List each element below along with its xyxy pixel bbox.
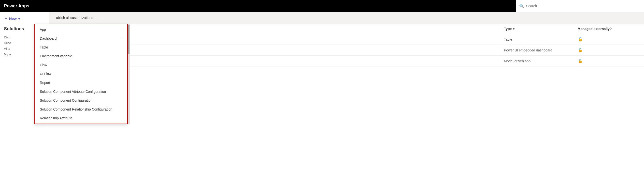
row-type: Model-driven app bbox=[504, 59, 578, 63]
new-button[interactable]: ＋ New ▾ bbox=[0, 14, 49, 23]
row-name: All accounts revenue bbox=[66, 48, 504, 52]
dropdown-item-envvar-label: Environment variable bbox=[40, 54, 72, 58]
dropdown-item-scrc-label: Solution Component Relationship Configur… bbox=[40, 107, 112, 111]
more-options-button[interactable]: ··· bbox=[99, 15, 103, 21]
search-icon: 🔍 bbox=[519, 4, 524, 8]
app-title: Power Apps bbox=[4, 4, 29, 9]
dropdown-item-ra[interactable]: Relationship Attribute bbox=[35, 114, 127, 123]
main-content: ublish all customizations ··· Name Type … bbox=[49, 12, 644, 192]
search-input[interactable] bbox=[526, 4, 641, 8]
dropdown-item-envvar[interactable]: Environment variable bbox=[35, 52, 127, 61]
row-type: Table bbox=[504, 37, 578, 41]
col-header-type[interactable]: Type ∨ bbox=[504, 27, 578, 31]
row-name: crfb6_Myapp bbox=[66, 59, 504, 63]
dropdown-item-scc-label: Solution Component Configuration bbox=[40, 98, 92, 102]
dropdown-item-app[interactable]: App › bbox=[35, 25, 127, 34]
table-row: ··· All accounts revenue Power BI embedd… bbox=[49, 45, 644, 56]
lock-icon: 🔒 bbox=[578, 48, 639, 52]
table-header: Name Type ∨ Managed externally? bbox=[49, 24, 644, 34]
scrollbar-thumb[interactable] bbox=[128, 25, 130, 54]
dropdown-item-dashboard[interactable]: Dashboard › bbox=[35, 34, 127, 43]
publish-label: ublish all customizations bbox=[56, 16, 93, 20]
chevron-down-icon: ▾ bbox=[18, 17, 20, 21]
content-area: Name Type ∨ Managed externally? ··· acco… bbox=[49, 24, 644, 67]
dropdown-item-scac-label: Solution Component Attribute Configurati… bbox=[40, 90, 106, 94]
dropdown-item-scac[interactable]: Solution Component Attribute Configurati… bbox=[35, 87, 127, 96]
col-header-managed: Managed externally? bbox=[578, 27, 639, 31]
scrollbar-track[interactable] bbox=[128, 24, 130, 124]
new-label: New bbox=[9, 17, 17, 21]
dropdown-item-app-label: App bbox=[40, 28, 46, 32]
row-type: Power BI embedded dashboard bbox=[504, 48, 578, 52]
table-row: ··· crfb6_Myapp Model-driven app 🔒 bbox=[49, 56, 644, 67]
arrow-icon: › bbox=[122, 37, 122, 40]
dropdown-item-dashboard-label: Dashboard bbox=[40, 37, 57, 40]
dropdown-item-scrc[interactable]: Solution Component Relationship Configur… bbox=[35, 105, 127, 114]
lock-icon: 🔒 bbox=[578, 37, 639, 42]
dropdown-item-table-label: Table bbox=[40, 45, 48, 49]
plus-icon: ＋ bbox=[4, 16, 8, 21]
dropdown-item-uiflow[interactable]: UI Flow bbox=[35, 69, 127, 78]
dropdown-item-report[interactable]: Report bbox=[35, 78, 127, 87]
table-row: ··· account Table 🔒 bbox=[49, 34, 644, 45]
dropdown-menu: App › Dashboard › Table Environment vari… bbox=[34, 24, 128, 124]
dropdown-item-scc[interactable]: Solution Component Configuration bbox=[35, 96, 127, 105]
col-type-label: Type bbox=[504, 27, 512, 31]
dropdown-item-flow-label: Flow bbox=[40, 63, 47, 67]
dropdown-item-table[interactable]: Table bbox=[35, 43, 127, 52]
dropdown-item-uiflow-label: UI Flow bbox=[40, 72, 51, 76]
arrow-icon: › bbox=[122, 28, 122, 31]
sort-icon: ∨ bbox=[513, 27, 515, 31]
dropdown-item-report-label: Report bbox=[40, 81, 50, 85]
toolbar: ublish all customizations ··· bbox=[49, 12, 644, 24]
col-header-name[interactable]: Name bbox=[66, 27, 504, 31]
dropdown-item-ra-label: Relationship Attribute bbox=[40, 116, 72, 120]
lock-icon: 🔒 bbox=[578, 59, 639, 63]
publish-button[interactable]: ublish all customizations bbox=[54, 15, 95, 21]
dropdown-overlay: App › Dashboard › Table Environment vari… bbox=[34, 24, 130, 124]
dropdown-item-flow[interactable]: Flow bbox=[35, 61, 127, 69]
col-managed-label: Managed externally? bbox=[578, 27, 612, 31]
row-name: account bbox=[66, 37, 504, 41]
search-bar: 🔍 bbox=[516, 0, 644, 12]
